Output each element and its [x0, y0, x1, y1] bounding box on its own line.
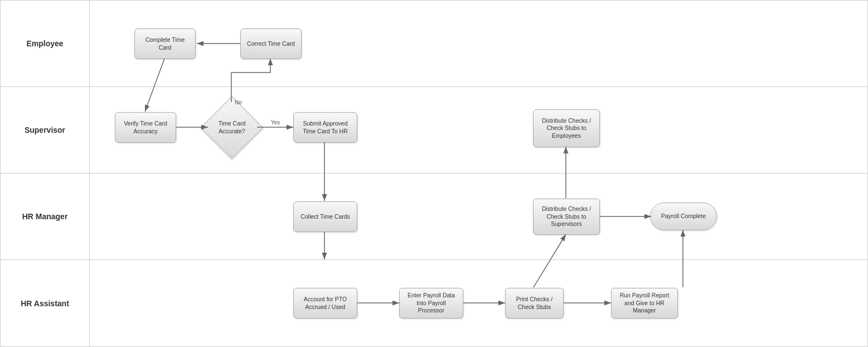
payroll-complete-oval: Payroll Complete [650, 203, 717, 230]
employee-label: Employee [1, 1, 90, 86]
diamond-label: Time Card Accurate? [212, 120, 251, 135]
print-checks-box: Print Checks / Check Stubs [505, 288, 564, 319]
distribute-employees-box: Distribute Checks / Check Stubs to Emplo… [533, 109, 600, 147]
enter-payroll-box: Enter Payroll Data Into Payroll Processo… [399, 288, 463, 319]
svg-text:Yes: Yes [271, 119, 280, 126]
employee-arrows [90, 1, 867, 86]
hr-assistant-label: HR Assistant [1, 260, 90, 346]
supervisor-lane: Supervisor Verify Time Card Accuracy Tim… [1, 87, 867, 174]
submit-approved-box: Submit Approved Time Card To HR [293, 112, 357, 143]
no-label: No [235, 99, 242, 105]
hr-assistant-lane: HR Assistant Account for PTO Accrued / U… [1, 260, 867, 346]
hr-assistant-arrows [90, 260, 867, 346]
collect-time-cards-box: Collect Time Cards [293, 201, 357, 232]
supervisor-content: Verify Time Card Accuracy Time Card Accu… [90, 87, 867, 173]
hr-manager-lane: HR Manager Collect Time Cards Distribute… [1, 174, 867, 260]
run-payroll-box: Run Payroll Report and Give to HR Manage… [611, 288, 678, 319]
account-pto-box: Account for PTO Accrued / Used [293, 288, 357, 319]
hr-manager-arrows [90, 174, 867, 259]
time-card-accurate-diamond: Time Card Accurate? [207, 103, 257, 153]
hr-assistant-content: Account for PTO Accrued / Used Enter Pay… [90, 260, 867, 346]
diagram: Employee Complete Time Card Correct Time… [0, 0, 868, 347]
distribute-supervisors-box: Distribute Checks / Check Stubs to Super… [533, 199, 600, 235]
employee-lane: Employee Complete Time Card Correct Time… [1, 1, 867, 87]
employee-content: Complete Time Card Correct Time Card [90, 1, 867, 86]
complete-time-card-box: Complete Time Card [134, 28, 196, 59]
correct-time-card-box: Correct Time Card [240, 28, 302, 59]
verify-time-card-box: Verify Time Card Accuracy [115, 112, 176, 143]
hr-manager-content: Collect Time Cards Distribute Checks / C… [90, 174, 867, 259]
supervisor-label: Supervisor [1, 87, 90, 173]
hr-manager-label: HR Manager [1, 174, 90, 259]
